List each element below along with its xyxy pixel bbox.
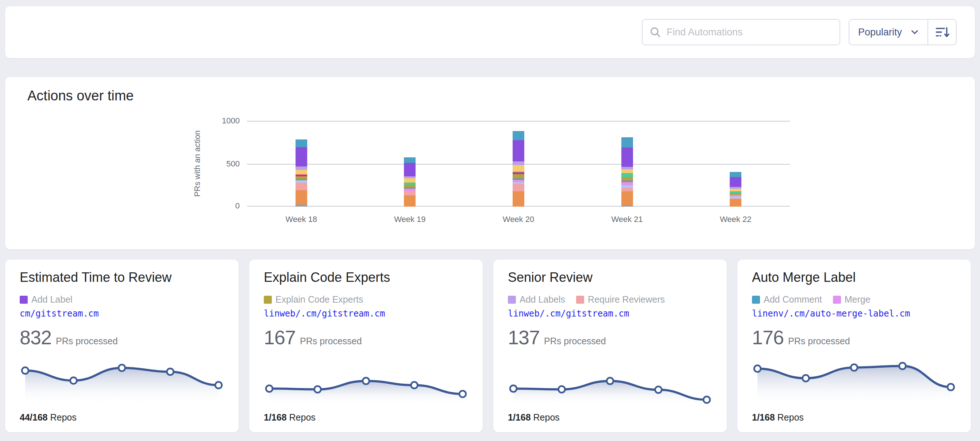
actions-over-time-card: Actions over time PRs with an action 100… [5, 77, 975, 249]
legend-item: Merge [833, 294, 870, 305]
stat-card-title: Explain Code Experts [264, 270, 390, 285]
repos-label: Repos [290, 412, 316, 422]
bar-segment-pink [404, 191, 415, 196]
sort-controls: Popularity [849, 19, 957, 45]
legend-row: Add LabelsRequire Reviewers [508, 294, 665, 305]
prs-processed-value: 176 [752, 326, 784, 349]
bar-segment-purple [296, 147, 307, 167]
legend-label: Add Labels [520, 294, 565, 305]
bar-segment-purple [404, 163, 415, 176]
sort-by-value: Popularity [858, 27, 902, 38]
bar-segment-gray [621, 205, 633, 207]
sort-by-select[interactable]: Popularity [849, 19, 928, 45]
bar-segment-green [621, 173, 633, 177]
search-input[interactable] [667, 27, 833, 38]
bar-segment-yellow [512, 165, 524, 172]
bar-segment-teal [621, 137, 633, 148]
bar-segment-yellow [730, 189, 741, 191]
repo-link[interactable]: cm/gitstream.cm [20, 309, 99, 319]
trend-sparkline [264, 357, 468, 411]
bar-segment-pink [296, 183, 307, 190]
bar-segment-olive [621, 177, 633, 180]
prs-processed-label: PRs processed [300, 336, 362, 347]
legend-row: Explain Code Experts [264, 294, 363, 305]
bar-segment-teal [296, 140, 307, 147]
bar-segment-teal [512, 131, 524, 140]
trend-sparkline [20, 357, 224, 411]
bar-segment-teal [730, 172, 741, 177]
repo-link[interactable]: linweb/.cm/gitstream.cm [264, 309, 385, 319]
repo-link[interactable]: linweb/.cm/gitstream.cm [508, 309, 629, 319]
actions-chart-plot [247, 121, 790, 207]
bar-segment-yellow [621, 169, 633, 174]
legend-item: Add Label [20, 294, 73, 305]
sort-descending-icon [934, 24, 950, 40]
bar-segment-orchid [621, 182, 633, 185]
bar-segment-lavender [621, 167, 633, 169]
bar-segment-purple [730, 177, 741, 187]
legend-item: Add Labels [508, 294, 565, 305]
repos-label: Repos [533, 412, 560, 422]
legend-row: Add Label [20, 294, 73, 305]
bar-segment-orange [730, 199, 741, 207]
legend-label: Add Comment [764, 294, 822, 305]
stacked-bar [404, 158, 415, 207]
repos-row: 1/168 Repos [264, 412, 316, 423]
bar-segment-purple [621, 148, 633, 167]
stacked-bar [730, 172, 741, 207]
stacked-bar [296, 140, 307, 207]
bar-segment-lavender [296, 167, 307, 170]
repos-label: Repos [778, 412, 804, 422]
legend-label: Require Reviewers [588, 294, 665, 305]
prs-processed-row: 137 PRs processed [508, 326, 606, 349]
repos-row: 1/168 Repos [508, 412, 560, 423]
bar-segment-olive [512, 174, 524, 178]
bar-segment-pink [621, 188, 633, 191]
legend-swatch [576, 296, 584, 304]
prs-processed-value: 167 [264, 326, 296, 349]
trend-sparkline [508, 357, 712, 411]
bar-segment-gray [296, 204, 307, 207]
stacked-bar [621, 137, 633, 207]
stacked-bar [512, 131, 524, 207]
search-box[interactable] [642, 19, 840, 45]
stat-card-auto-merge-label: Auto Merge Label Add CommentMerge linenv… [737, 260, 971, 432]
bar-segment-orange [296, 190, 307, 204]
chart-title: Actions over time [27, 88, 134, 103]
sort-direction-button[interactable] [928, 19, 957, 45]
toolbar: Popularity [5, 6, 975, 58]
legend-swatch [20, 296, 28, 304]
prs-processed-value: 832 [20, 326, 51, 349]
stat-card-senior-review: Senior Review Add LabelsRequire Reviewer… [493, 260, 727, 432]
y-tick-label: 0 [200, 201, 240, 211]
stat-card-explain-code-experts: Explain Code Experts Explain Code Expert… [249, 260, 483, 432]
chevron-down-icon [909, 27, 920, 38]
legend-swatch [752, 296, 760, 304]
prs-processed-row: 176 PRs processed [752, 326, 850, 349]
bar-segment-olive [296, 176, 307, 179]
legend-label: Merge [845, 294, 870, 305]
search-icon [649, 26, 662, 38]
gridline [247, 121, 790, 121]
prs-processed-row: 832 PRs processed [20, 326, 118, 349]
bar-segment-teal [404, 158, 415, 163]
bar-segment-pink [512, 184, 524, 191]
legend-item: Explain Code Experts [264, 294, 363, 305]
repos-row: 44/168 Repos [20, 412, 76, 423]
repos-row: 1/168 Repos [752, 412, 804, 423]
y-tick-label: 500 [200, 159, 240, 169]
repos-count: 1/168 [752, 412, 775, 422]
repo-link[interactable]: linenv/.cm/auto-merge-label.cm [752, 309, 910, 319]
stat-card-estimated-time-to-review: Estimated Time to Review Add Label cm/gi… [5, 260, 239, 432]
legend-label: Add Label [31, 294, 73, 305]
prs-processed-value: 137 [508, 326, 539, 349]
legend-label: Explain Code Experts [275, 294, 363, 305]
x-tick-label: Week 22 [681, 215, 790, 224]
prs-processed-label: PRs processed [788, 336, 850, 347]
bar-segment-orange [512, 191, 524, 207]
bar-segment-purple [512, 140, 524, 161]
trend-sparkline [752, 357, 956, 411]
y-tick-label: 1000 [200, 116, 240, 126]
legend-swatch [833, 296, 841, 304]
legend-row: Add CommentMerge [752, 294, 870, 305]
